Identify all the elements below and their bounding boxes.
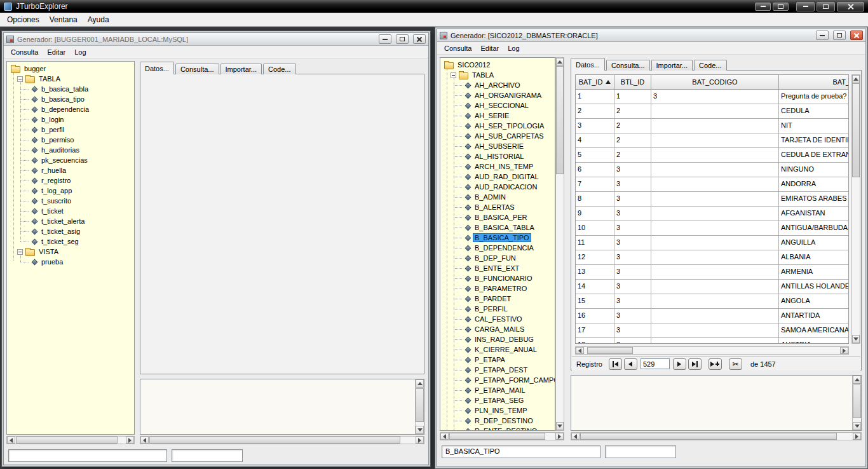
cell-btl-id[interactable]: 3	[614, 309, 651, 323]
cell-bat-codigo[interactable]	[651, 148, 779, 163]
cell-bat-id[interactable]: 5	[576, 148, 614, 163]
cell-bat-nombre[interactable]: ANTARTIDA	[779, 309, 849, 323]
tree-item-table[interactable]: t_suscrito	[8, 196, 134, 206]
previous-record-button[interactable]	[624, 358, 637, 370]
tree-item-table[interactable]: R_DEP_DESTINO	[442, 416, 555, 426]
tab-consulta[interactable]: Consulta...	[606, 60, 650, 71]
scroll-track[interactable]	[449, 433, 555, 440]
scroll-right-button[interactable]	[126, 437, 134, 444]
left-log-hscrollbar[interactable]	[140, 436, 424, 444]
column-header-bat-id[interactable]: BAT_ID	[576, 75, 614, 90]
scroll-up-button[interactable]	[853, 376, 861, 384]
menu-ventana[interactable]: Ventana	[44, 13, 83, 26]
tree-item-table[interactable]: P_ETAPA_DEST	[442, 365, 555, 375]
cell-btl-id[interactable]: 3	[614, 177, 651, 192]
scroll-thumb[interactable]	[416, 388, 424, 422]
tree-item-table[interactable]: B_ENTE_EXT	[442, 263, 555, 273]
tree-item-table[interactable]: pk_secuencias	[8, 155, 134, 165]
tree-item-table[interactable]: B_PERFIL	[442, 304, 555, 314]
scroll-up-button[interactable]	[416, 379, 424, 388]
scroll-thumb[interactable]	[580, 433, 837, 440]
tree-item-table[interactable]: b_perfil	[8, 125, 134, 135]
scroll-down-button[interactable]	[556, 422, 564, 430]
cell-bat-id[interactable]: 13	[576, 265, 614, 280]
menu-log[interactable]: Log	[70, 46, 90, 58]
scroll-track[interactable]	[15, 437, 126, 444]
left-window-minimize-button[interactable]	[379, 34, 391, 44]
tree-item-table[interactable]: r_huella	[8, 165, 134, 175]
right-window-titlebar[interactable]: Generador: [SICO2012_DBMASTER:ORACLE]	[437, 29, 865, 42]
cell-btl-id[interactable]: 3	[614, 163, 651, 177]
left-window-titlebar[interactable]: Generador: [BUGGER001_MARIADB_LOCAL:MySQ…	[4, 33, 428, 46]
cell-bat-codigo[interactable]	[651, 265, 779, 280]
cell-btl-id[interactable]: 3	[614, 250, 651, 265]
tree-item-table[interactable]: R_ENTE_DESTINO	[442, 426, 555, 431]
tree-item-table[interactable]: P_ETAPA	[442, 355, 555, 365]
cell-btl-id[interactable]: 3	[614, 207, 651, 221]
scroll-track[interactable]	[853, 384, 861, 422]
tree-item-table[interactable]: AL_HISTORIAL	[442, 151, 555, 161]
tab-importar[interactable]: Importar...	[220, 64, 262, 74]
grid-row[interactable]: 1 1 3 Pregunta de prueba?	[576, 90, 849, 104]
tree-item-table[interactable]: B_ALERTAS	[442, 202, 555, 212]
tree-root-sico2012[interactable]: SICO2012	[442, 60, 555, 70]
collapse-icon[interactable]	[17, 249, 23, 255]
tree-item-table[interactable]: b_login	[8, 114, 134, 125]
scroll-track[interactable]	[580, 433, 853, 440]
cell-bat-id[interactable]: 14	[576, 280, 614, 294]
scroll-up-button[interactable]	[556, 58, 564, 66]
tree-item-table[interactable]: B_PARAMETRO	[442, 283, 555, 294]
close-button[interactable]	[837, 2, 864, 11]
extra-minimize-button[interactable]	[755, 3, 771, 11]
scroll-track[interactable]	[556, 66, 564, 422]
cell-bat-codigo[interactable]	[651, 133, 779, 148]
tree-item-table[interactable]: B_PARDET	[442, 294, 555, 304]
main-titlebar[interactable]: JTurboExplorer	[0, 0, 868, 13]
tree-item-table[interactable]: b_dependencia	[8, 104, 134, 114]
tree-item-table[interactable]: r_registro	[8, 175, 134, 186]
right-window-close-button[interactable]	[850, 31, 863, 40]
cell-bat-nombre[interactable]: EMIRATOS ARABES UNIDOS	[779, 192, 849, 207]
menu-consulta[interactable]: Consulta	[440, 43, 476, 54]
tree-item-table[interactable]: P_ETAPA_SEG	[442, 395, 555, 405]
scroll-right-button[interactable]	[416, 437, 424, 444]
maximize-button[interactable]	[817, 2, 835, 11]
cell-bat-id[interactable]: 1	[576, 90, 614, 104]
tree-item-table[interactable]: B_BASICA_TABLA	[442, 222, 555, 233]
tree-item-table[interactable]: AH_SUB_CARPETAS	[442, 131, 555, 141]
tree-item-table[interactable]: AH_SECCIONAL	[442, 100, 555, 111]
tree-node-vista[interactable]: VISTA	[8, 247, 134, 257]
menu-editar[interactable]: Editar	[476, 43, 503, 54]
tree-item-table[interactable]: B_DEP_FUN	[442, 253, 555, 263]
grid-row[interactable]: 10 3 ANTIGUA/BARBUDA	[576, 221, 849, 236]
grid-row[interactable]: 12 3 ALBANIA	[576, 250, 849, 265]
tree-item-table[interactable]: PLN_INS_TEMP	[442, 405, 555, 416]
tree-item-view[interactable]: prueba	[8, 257, 134, 267]
grid-row[interactable]: 7 3 ANDORRA	[576, 177, 849, 192]
scroll-down-button[interactable]	[416, 426, 424, 434]
scroll-track[interactable]	[149, 437, 416, 444]
scroll-thumb[interactable]	[556, 66, 564, 174]
grid-row[interactable]: 13 3 ARMENIA	[576, 265, 849, 280]
right-tree-hscrollbar[interactable]	[440, 432, 564, 440]
right-window-maximize-button[interactable]	[833, 31, 846, 40]
cell-bat-id[interactable]: 3	[576, 119, 614, 133]
cell-bat-nombre[interactable]: TARJETA DE IDENTIDAD	[779, 133, 849, 148]
scroll-down-button[interactable]	[853, 422, 861, 430]
grid-row[interactable]: 17 3 SAMOA AMERICANA	[576, 323, 849, 338]
column-header-bat-codigo[interactable]: BAT_CODIGO	[651, 75, 779, 90]
cell-bat-nombre[interactable]: ANTILLAS HOLANDESAS	[779, 280, 849, 294]
cell-btl-id[interactable]: 3	[614, 221, 651, 236]
cell-bat-nombre[interactable]: ANGUILLA	[779, 236, 849, 250]
cell-bat-nombre[interactable]: AFGANISTAN	[779, 207, 849, 221]
cell-bat-codigo[interactable]	[651, 338, 779, 344]
collapse-icon[interactable]	[17, 76, 23, 82]
scroll-track[interactable]	[852, 83, 860, 335]
tree-item-table[interactable]: INS_RAD_DEBUG	[442, 334, 555, 344]
cell-bat-codigo[interactable]	[651, 294, 779, 309]
insert-record-button[interactable]	[709, 358, 722, 370]
tree-item-table[interactable]: K_CIERRE_ANUAL	[442, 344, 555, 355]
minimize-button[interactable]	[796, 2, 815, 11]
cell-btl-id[interactable]: 3	[614, 338, 651, 344]
scroll-left-button[interactable]	[440, 433, 449, 440]
